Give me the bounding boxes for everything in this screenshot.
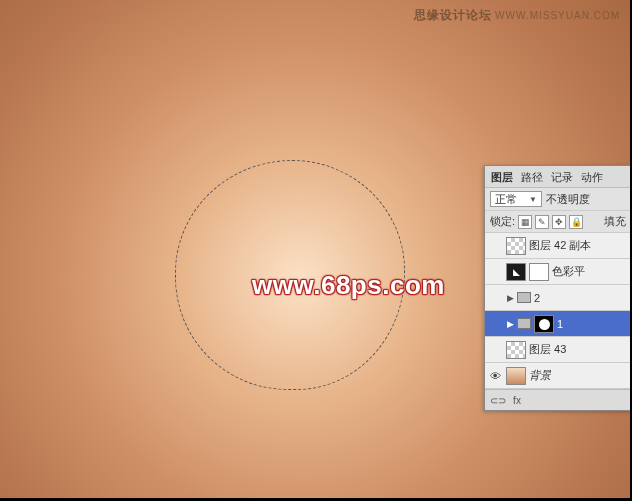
tab-layers[interactable]: 图层 <box>491 170 513 185</box>
layer-name: 背景 <box>529 368 551 383</box>
layer-group-row[interactable]: ▶ 2 <box>485 285 631 311</box>
lock-row: 锁定: ▦ ✎ ✥ 🔒 填充 <box>485 211 631 233</box>
lock-transparency-icon[interactable]: ▦ <box>518 215 532 229</box>
blend-opacity-row: 正常 ▼ 不透明度 <box>485 188 631 211</box>
fill-label: 填充 <box>604 214 626 229</box>
opacity-label: 不透明度 <box>546 192 590 207</box>
lock-position-icon[interactable]: ✥ <box>552 215 566 229</box>
visibility-toggle[interactable] <box>487 342 503 358</box>
chevron-down-icon: ▼ <box>529 195 537 204</box>
expand-arrow-icon[interactable]: ▶ <box>506 293 514 303</box>
visibility-icon[interactable]: 👁 <box>487 368 503 384</box>
layer-name: 图层 43 <box>529 342 566 357</box>
watermark-center: www.68ps.com <box>252 270 445 301</box>
layer-thumbnail <box>506 341 526 359</box>
lock-all-icon[interactable]: 🔒 <box>569 215 583 229</box>
layer-name: 色彩平 <box>552 264 585 279</box>
panel-tab-bar: 图层 路径 记录 动作 <box>485 166 631 188</box>
blend-mode-select[interactable]: 正常 ▼ <box>490 191 542 207</box>
layer-row-background[interactable]: 👁 背景 <box>485 363 631 389</box>
visibility-toggle[interactable] <box>487 290 503 306</box>
watermark-site-name: 思缘设计论坛 <box>414 8 492 22</box>
folder-icon <box>517 292 531 303</box>
visibility-toggle[interactable] <box>487 316 503 332</box>
layers-panel: 图层 路径 记录 动作 正常 ▼ 不透明度 锁定: ▦ ✎ ✥ 🔒 填充 图层 … <box>484 165 632 411</box>
lock-label: 锁定: <box>490 214 515 229</box>
layer-group-row-selected[interactable]: ▶ 1 <box>485 311 631 337</box>
layer-row[interactable]: ◣ 色彩平 <box>485 259 631 285</box>
watermark-site-url: WWW.MISSYUAN.COM <box>495 10 620 21</box>
lock-pixels-icon[interactable]: ✎ <box>535 215 549 229</box>
layer-mask-thumbnail <box>529 263 549 281</box>
watermark-top: 思缘设计论坛 WWW.MISSYUAN.COM <box>414 7 620 24</box>
layer-name: 2 <box>534 292 540 304</box>
layer-name: 图层 42 副本 <box>529 238 591 253</box>
layer-row[interactable]: 图层 43 <box>485 337 631 363</box>
layer-fx-icon[interactable]: fx <box>510 394 524 406</box>
layer-thumbnail <box>506 367 526 385</box>
layer-list: 图层 42 副本 ◣ 色彩平 ▶ 2 ▶ 1 图层 43 👁 <box>485 233 631 389</box>
tab-actions[interactable]: 动作 <box>581 170 603 185</box>
layer-row[interactable]: 图层 42 副本 <box>485 233 631 259</box>
expand-arrow-icon[interactable]: ▶ <box>506 319 514 329</box>
layer-thumbnail <box>506 237 526 255</box>
blend-mode-value: 正常 <box>495 192 517 207</box>
visibility-toggle[interactable] <box>487 238 503 254</box>
folder-icon <box>517 318 531 329</box>
layer-name: 1 <box>557 318 563 330</box>
link-layers-icon[interactable]: ⊂⊃ <box>491 394 505 406</box>
tab-paths[interactable]: 路径 <box>521 170 543 185</box>
layer-mask-thumbnail <box>534 315 554 333</box>
visibility-toggle[interactable] <box>487 264 503 280</box>
adjustment-icon: ◣ <box>506 263 526 281</box>
tab-history[interactable]: 记录 <box>551 170 573 185</box>
panel-footer: ⊂⊃ fx <box>485 389 631 410</box>
